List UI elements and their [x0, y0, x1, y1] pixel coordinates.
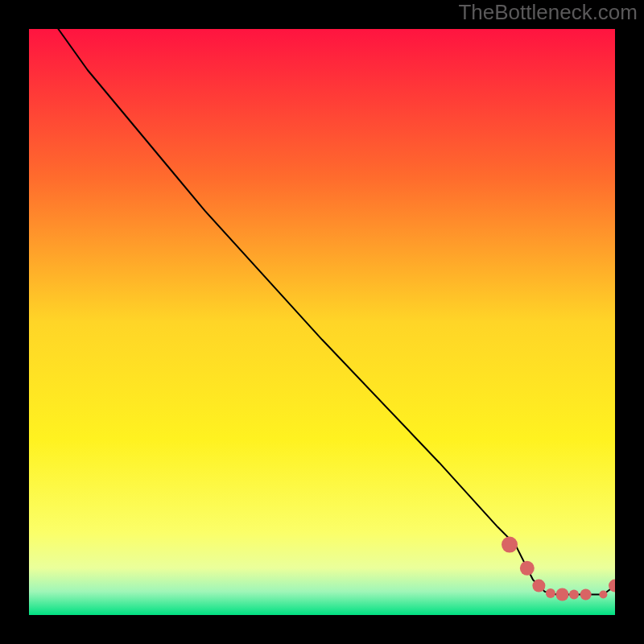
- plot-area: [29, 29, 615, 615]
- highlight-point: [556, 588, 569, 601]
- highlight-point: [520, 561, 535, 576]
- gradient-background: [29, 29, 615, 615]
- highlight-point: [502, 537, 518, 553]
- chart-container: TheBottleneck.com: [0, 0, 644, 644]
- highlight-point: [532, 580, 545, 592]
- highlight-point: [569, 590, 579, 600]
- chart-svg: [29, 29, 615, 615]
- highlight-point: [599, 591, 607, 599]
- attribution-text: TheBottleneck.com: [458, 0, 638, 25]
- highlight-point: [580, 589, 592, 601]
- highlight-point: [546, 588, 555, 598]
